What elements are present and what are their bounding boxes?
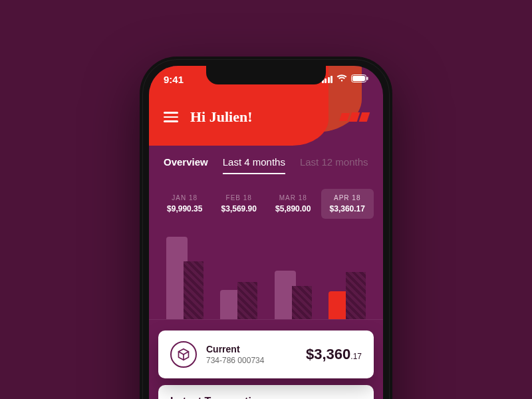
month-value: $3,360.17 [324,204,372,213]
phone-frame: 9:41 [140,57,392,399]
account-title: Current [206,344,264,354]
status-time: 9:41 [164,74,184,85]
balance-cents: .17 [350,352,362,361]
transactions-title: Latest Transactions [170,396,270,399]
month-value: $5,890.00 [269,204,317,213]
brand-logo-icon [340,112,368,122]
month-label: APR 18 [324,194,372,201]
chart-bar-group[interactable] [215,282,263,319]
transactions-card[interactable]: Latest Transactions see all [158,385,374,399]
month-label: MAR 18 [269,194,317,201]
svg-rect-1 [352,76,365,81]
month-item[interactable]: FEB 18 $3,569.90 [213,189,266,219]
month-strip: JAN 18 $9,990.35 FEB 18 $3,569.90 MAR 18… [149,174,383,223]
header-row: Hi Julien! [149,100,383,134]
screen: 9:41 [149,66,383,399]
greeting: Hi Julien! [190,108,253,126]
account-number: 734-786 000734 [206,356,264,365]
month-label: JAN 18 [161,194,209,201]
device-notch [206,66,326,84]
chart-bar-secondary [292,286,312,319]
battery-icon [351,73,368,85]
account-balance: $3,360.17 [306,346,362,363]
status-icons [322,73,369,85]
chart-bar-secondary [184,261,203,319]
svg-rect-2 [367,77,368,80]
account-text: Current 734-786 000734 [206,344,264,365]
account-card[interactable]: Current 734-786 000734 $3,360.17 [158,331,374,378]
month-item[interactable]: JAN 18 $9,990.35 [158,189,211,219]
page-background: 9:41 [0,0,532,399]
tab-overview[interactable]: Overview [164,156,208,174]
month-item-selected[interactable]: APR 18 $3,360.17 [321,189,374,219]
spend-chart[interactable] [149,227,383,320]
cube-icon [170,341,197,368]
see-all-link[interactable]: see all [335,397,362,400]
month-value: $3,569.90 [215,204,263,213]
month-value: $9,990.35 [161,204,209,213]
chart-bar-group[interactable] [269,271,317,319]
chart-bar-group[interactable] [161,237,209,319]
chart-bar-secondary [237,282,257,319]
chart-bar-group[interactable] [324,272,372,319]
wifi-icon [336,73,347,85]
month-label: FEB 18 [215,194,263,201]
tab-last-12-months[interactable]: Last 12 months [300,156,368,174]
tab-last-4-months[interactable]: Last 4 months [223,156,285,174]
chart-bar-secondary [346,272,366,319]
balance-main: $3,360 [306,346,350,362]
month-item[interactable]: MAR 18 $5,890.00 [267,189,320,219]
menu-button[interactable] [164,112,178,122]
